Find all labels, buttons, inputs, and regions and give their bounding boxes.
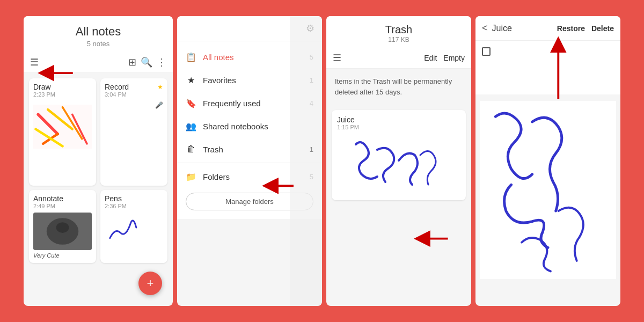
back-button[interactable]: <	[482, 23, 488, 34]
all-notes-icon: 📋	[186, 52, 196, 62]
draw-note-title: Draw	[33, 83, 51, 91]
trash-title: Trash	[333, 24, 465, 36]
checkbox[interactable]	[482, 47, 491, 56]
juice-detail-title: Juice	[492, 24, 551, 33]
all-notes-title: All notes	[30, 25, 166, 39]
sidebar-bg-overlay	[290, 16, 322, 306]
all-notes-header: All notes 5 notes	[24, 16, 173, 52]
trash-icon: 🗑	[186, 144, 196, 154]
trash-size: 117 KB	[333, 36, 465, 43]
view-toggle-icon[interactable]: ⊞	[128, 56, 136, 68]
fab-add-button[interactable]: +	[138, 272, 162, 295]
folders-icon: 📁	[186, 172, 196, 182]
mic-icon: 🎤	[155, 101, 163, 109]
all-notes-count: 5 notes	[30, 40, 166, 48]
all-notes-label: All notes	[203, 53, 303, 62]
juice-detail-content	[475, 41, 620, 94]
pens-note-title: Pens	[105, 194, 163, 203]
trash-toolbar: ☰ Edit Empty	[326, 48, 471, 69]
panel-all-notes: All notes 5 notes ☰ ⊞ 🔍 ⋮ Draw	[24, 16, 173, 306]
delete-button[interactable]: Delete	[591, 24, 614, 33]
shared-notebooks-icon: 👥	[186, 121, 196, 131]
restore-button[interactable]: Restore	[557, 24, 585, 33]
checkbox-row	[482, 47, 614, 56]
trash-note-card-juice[interactable]: Juice 1:15 PM	[332, 110, 466, 200]
all-notes-toolbar: ☰ ⊞ 🔍 ⋮	[24, 52, 173, 73]
record-note-time: 3:04 PM	[105, 91, 163, 98]
annotate-note-title: Annotate	[33, 194, 92, 203]
svg-point-11	[56, 222, 69, 233]
draw-sketch	[33, 100, 92, 153]
frequently-used-label: Frequently used	[203, 99, 303, 108]
note-card-draw[interactable]: Draw 2:23 PM	[29, 78, 96, 186]
pens-note-time: 2:36 PM	[105, 203, 163, 209]
search-icon[interactable]: 🔍	[141, 56, 152, 68]
frequently-used-icon: 🔖	[186, 98, 196, 108]
panel-trash: Trash 117 KB ☰ Edit Empty Items in the T…	[326, 16, 471, 306]
juice-note-time: 1:15 PM	[337, 124, 460, 130]
favorites-label: Favorites	[203, 76, 303, 85]
note-card-record[interactable]: Record ★ 3:04 PM 🎤	[100, 78, 167, 186]
draw-note-time: 2:23 PM	[33, 91, 92, 98]
trash-empty-button[interactable]: Empty	[443, 54, 465, 62]
trash-header: Trash 117 KB	[326, 16, 471, 48]
star-icon: ★	[157, 83, 163, 91]
trash-edit-button[interactable]: Edit	[424, 54, 437, 62]
screenshots-container: All notes 5 notes ☰ ⊞ 🔍 ⋮ Draw	[13, 5, 631, 317]
record-note-title: Record	[105, 83, 129, 91]
sidebar-item-trash[interactable]: 🗑 Trash 1	[177, 138, 322, 160]
svg-rect-2	[33, 105, 92, 149]
hamburger-icon[interactable]: ☰	[30, 56, 39, 68]
trash-info-text: Items in the Trash will be permanently d…	[326, 69, 471, 105]
trash-count-badge: 1	[310, 145, 313, 153]
notes-grid: Draw 2:23 PM	[24, 73, 173, 268]
juice-drawing	[475, 94, 620, 288]
note-card-pens[interactable]: Pens 2:36 PM	[100, 190, 167, 263]
more-options-icon[interactable]: ⋮	[157, 56, 166, 68]
note-card-annotate[interactable]: Annotate 2:49 PM Very Cute	[29, 190, 96, 263]
folders-label: Folders	[203, 172, 303, 181]
annotate-note-time: 2:49 PM	[33, 203, 92, 209]
juice-detail-header: < Juice Restore Delete	[475, 16, 620, 41]
trash-label: Trash	[203, 145, 303, 154]
juice-note-title: Juice	[337, 115, 460, 124]
panel-juice-detail: < Juice Restore Delete	[475, 16, 620, 306]
favorites-icon: ★	[186, 75, 196, 85]
trash-hamburger-icon[interactable]: ☰	[333, 52, 341, 64]
panel-sidebar: ⚙ 📋 All notes 5 ★ Favorites 1 🔖 Frequent…	[177, 16, 322, 306]
